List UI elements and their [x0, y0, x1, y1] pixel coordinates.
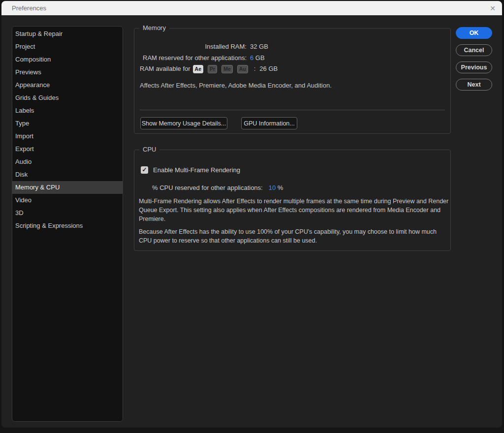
- sidebar-item-memory-cpu[interactable]: Memory & CPU: [12, 181, 123, 194]
- sidebar-item-export[interactable]: Export: [12, 143, 123, 155]
- premiere-app-icon: Pr: [208, 65, 217, 73]
- sidebar-item-previews[interactable]: Previews: [12, 66, 123, 79]
- installed-ram-row: Installed RAM:32 GB: [140, 42, 268, 52]
- media-encoder-app-icon: Me: [221, 65, 233, 73]
- enable-mfr-label: Enable Multi-Frame Rendering: [153, 166, 240, 174]
- sidebar-item-import[interactable]: Import: [12, 130, 123, 143]
- previous-button[interactable]: Previous: [456, 62, 492, 73]
- ram-available-separator: :: [254, 64, 256, 74]
- sidebar-item-audio[interactable]: Audio: [12, 155, 123, 168]
- cpu-reserved-row: % CPU reserved for other applications:10…: [152, 183, 283, 193]
- cpu-section: CPU ✓ Enable Multi-Frame Rendering % CPU…: [134, 150, 451, 251]
- dialog-action-buttons: OK Cancel Previous Next: [456, 27, 492, 91]
- mfr-description-paragraph: Multi-Frame Rendering allows After Effec…: [139, 197, 450, 223]
- cpu-reserved-label: % CPU reserved for other applications:: [152, 184, 263, 191]
- checkmark-icon: ✓: [142, 167, 147, 173]
- titlebar[interactable]: Preferences ✕: [1, 1, 502, 15]
- cpu-reserve-paragraph: Because After Effects has the ability to…: [139, 227, 450, 245]
- memory-divider: [140, 110, 445, 110]
- sidebar-item-grids-guides[interactable]: Grids & Guides: [12, 92, 123, 104]
- preferences-dialog: Preferences ✕ Startup & Repair Project C…: [1, 1, 502, 428]
- ram-reserved-label: RAM reserved for other applications:: [140, 53, 247, 63]
- cpu-reserved-value[interactable]: 10: [269, 184, 276, 191]
- cpu-section-legend: CPU: [139, 146, 159, 153]
- show-memory-usage-details-button[interactable]: Show Memory Usage Details...: [140, 117, 227, 129]
- cpu-reserved-unit: %: [278, 184, 284, 191]
- next-button[interactable]: Next: [456, 79, 492, 91]
- sidebar-item-disk[interactable]: Disk: [12, 168, 123, 181]
- sidebar-item-video[interactable]: Video: [12, 194, 123, 207]
- gpu-information-button[interactable]: GPU Information...: [241, 117, 297, 129]
- cpu-description: Multi-Frame Rendering allows After Effec…: [139, 197, 450, 245]
- installed-ram-label: Installed RAM:: [140, 42, 247, 52]
- sidebar-item-type[interactable]: Type: [12, 117, 123, 130]
- memory-section-legend: Memory: [139, 24, 169, 31]
- dialog-title: Preferences: [12, 4, 46, 12]
- close-icon[interactable]: ✕: [490, 5, 496, 12]
- memory-section: Memory Installed RAM:32 GB RAM reserved …: [134, 28, 451, 134]
- sidebar-item-scripting-expressions[interactable]: Scripting & Expressions: [12, 219, 123, 232]
- ram-reserved-row: RAM reserved for other applications:6 GB: [140, 53, 265, 63]
- audition-app-icon: Au: [237, 65, 248, 73]
- ram-reserved-unit: GB: [255, 54, 265, 62]
- after-effects-app-icon: Ae: [193, 65, 203, 73]
- preferences-category-list: Startup & Repair Project Composition Pre…: [12, 26, 123, 422]
- ram-reserved-value[interactable]: 6: [250, 54, 253, 62]
- ram-available-row: RAM available for Ae Pr Me Au : 26 GB: [140, 63, 278, 74]
- sidebar-item-labels[interactable]: Labels: [12, 104, 123, 117]
- sidebar-item-composition[interactable]: Composition: [12, 53, 123, 66]
- sidebar-item-project[interactable]: Project: [12, 40, 123, 53]
- sidebar-item-appearance[interactable]: Appearance: [12, 79, 123, 92]
- ram-available-label: RAM available for: [140, 64, 190, 74]
- sidebar-item-startup-repair[interactable]: Startup & Repair: [12, 28, 123, 40]
- dialog-body: Startup & Repair Project Composition Pre…: [1, 15, 502, 428]
- sidebar-item-3d[interactable]: 3D: [12, 207, 123, 219]
- enable-mfr-row: ✓ Enable Multi-Frame Rendering: [141, 165, 240, 175]
- enable-mfr-checkbox[interactable]: ✓: [141, 166, 148, 174]
- ok-button[interactable]: OK: [456, 27, 492, 39]
- memory-affects-note: Affects After Effects, Premiere, Adobe M…: [140, 81, 332, 91]
- installed-ram-value: 32 GB: [250, 43, 268, 50]
- cancel-button[interactable]: Cancel: [456, 44, 492, 56]
- ram-available-value: 26 GB: [259, 64, 278, 74]
